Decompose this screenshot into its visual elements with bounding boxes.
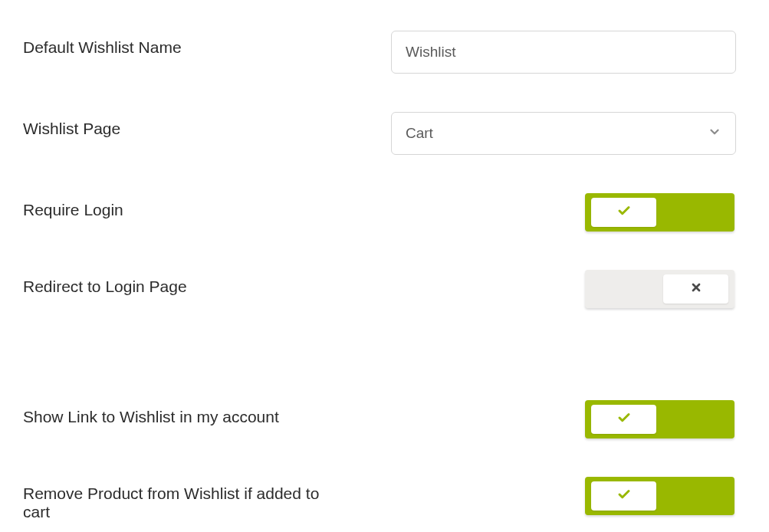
toggle-handle <box>663 274 728 304</box>
check-icon <box>617 411 631 428</box>
control-require-login <box>391 193 746 232</box>
control-redirect-login <box>391 270 746 308</box>
label-show-link-account: Show Link to Wishlist in my account <box>23 400 391 426</box>
chevron-down-icon <box>708 125 721 143</box>
label-text: Show Link to Wishlist in my account <box>23 408 279 425</box>
select-wishlist-page-wrap: Cart <box>391 112 736 155</box>
label-default-wishlist-name: Default Wishlist Name <box>23 31 391 57</box>
row-remove-if-added: Remove Product from Wishlist if added to… <box>23 477 746 521</box>
label-require-login: Require Login <box>23 193 391 219</box>
select-wishlist-page[interactable]: Cart <box>391 112 736 155</box>
toggle-handle <box>591 405 656 434</box>
check-icon <box>617 204 631 221</box>
toggle-redirect-login[interactable] <box>585 270 734 308</box>
control-show-link-account <box>391 400 746 438</box>
section-spacer <box>23 346 746 400</box>
toggle-show-link-account[interactable] <box>585 400 734 438</box>
row-wishlist-page: Wishlist Page Cart <box>23 112 746 155</box>
control-default-wishlist-name <box>391 31 746 74</box>
label-remove-if-added: Remove Product from Wishlist if added to… <box>23 477 345 521</box>
toggle-handle <box>591 481 656 511</box>
row-default-wishlist-name: Default Wishlist Name <box>23 31 746 74</box>
row-redirect-login: Redirect to Login Page <box>23 270 746 308</box>
label-text: Redirect to Login Page <box>23 277 187 295</box>
row-show-link-account: Show Link to Wishlist in my account <box>23 400 746 438</box>
input-default-wishlist-name[interactable] <box>391 31 736 74</box>
check-icon <box>617 488 631 504</box>
toggle-remove-if-added[interactable] <box>585 477 734 515</box>
label-redirect-login: Redirect to Login Page <box>23 270 391 296</box>
label-text: Remove Product from Wishlist if added to… <box>23 484 319 521</box>
control-wishlist-page: Cart <box>391 112 746 155</box>
x-icon <box>690 281 702 297</box>
row-require-login: Require Login <box>23 193 746 232</box>
select-value: Cart <box>406 125 433 142</box>
toggle-require-login[interactable] <box>585 193 734 232</box>
label-text: Require Login <box>23 201 123 218</box>
label-text: Wishlist Page <box>23 120 120 137</box>
toggle-handle <box>591 198 656 227</box>
control-remove-if-added <box>345 477 746 515</box>
label-wishlist-page: Wishlist Page <box>23 112 391 138</box>
label-text: Default Wishlist Name <box>23 38 182 56</box>
